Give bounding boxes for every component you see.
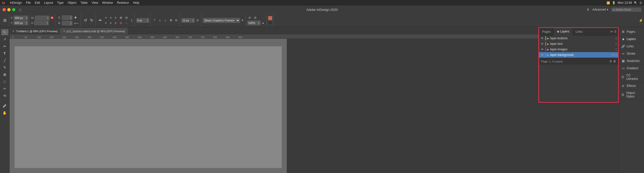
layer-row-images[interactable]: 👁 ▶ layer-images □ bbox=[539, 47, 618, 52]
menu-icon[interactable]: ☰ bbox=[639, 1, 642, 5]
path-button-1[interactable]: ≡ bbox=[104, 21, 108, 25]
advanced-button[interactable]: Advanced ▾ bbox=[592, 8, 608, 11]
h-value-input[interactable] bbox=[34, 21, 46, 24]
zoom-value-input[interactable] bbox=[248, 21, 258, 24]
path-button-5[interactable]: ← bbox=[124, 21, 129, 25]
right-panel-layers[interactable]: ◈ Layers bbox=[619, 36, 644, 43]
menu-layout[interactable]: Layout bbox=[42, 0, 55, 6]
distribute-button[interactable]: ⊞ bbox=[118, 15, 123, 20]
layer-row-text[interactable]: 👁 ▶ layer-text □ bbox=[539, 41, 618, 47]
tab-close-untitled[interactable]: ✕ bbox=[12, 30, 14, 32]
menu-help[interactable]: Help bbox=[131, 0, 141, 6]
view-mode-button-1[interactable]: ⊡ bbox=[247, 15, 252, 20]
layer-edit-background[interactable]: ✏ bbox=[612, 53, 614, 57]
y-value-input[interactable] bbox=[14, 21, 25, 24]
w-value-input[interactable] bbox=[35, 16, 47, 19]
align-vcenter-button[interactable]: ⊞ bbox=[169, 18, 173, 23]
add-layer-button[interactable]: ⊞ bbox=[610, 60, 612, 63]
align-middle-button[interactable]: ⊥ bbox=[157, 18, 163, 23]
right-panel-links[interactable]: 🔗 Links bbox=[619, 43, 644, 50]
frame-type-selector[interactable]: [Basic Graphics Frame]+ bbox=[203, 18, 240, 23]
panel-menu-button[interactable]: ≫ bbox=[610, 30, 613, 33]
menu-edit[interactable]: Edit bbox=[33, 0, 42, 6]
right-panel-cc-libraries[interactable]: ⊡ CC Libraries bbox=[619, 72, 644, 82]
layer-expand-buttons[interactable]: ▶ bbox=[547, 37, 549, 40]
align-bottom-button[interactable]: ⊥ bbox=[163, 18, 168, 23]
path-button-3[interactable]: ≡ bbox=[113, 21, 117, 25]
delete-layer-button[interactable]: 🗑 bbox=[613, 60, 616, 63]
align-right-button[interactable]: ≡ bbox=[113, 15, 117, 20]
menu-file[interactable]: File bbox=[24, 0, 33, 6]
rotation-input[interactable]: ▲▼ bbox=[62, 15, 73, 20]
lock-proportions-button[interactable]: ⊡ bbox=[195, 18, 200, 23]
rotation-value[interactable] bbox=[62, 16, 70, 19]
layer-lock-images[interactable]: □ bbox=[615, 48, 617, 51]
search-icon[interactable]: 🔍 bbox=[634, 1, 637, 5]
align-left-button[interactable]: ≡ bbox=[104, 15, 108, 20]
h-input[interactable]: ▲▼ bbox=[34, 21, 49, 25]
px-input[interactable]: ▲▼ bbox=[181, 18, 195, 23]
layer-expand-text[interactable]: ▶ bbox=[547, 43, 549, 45]
hand-tool-button[interactable]: ✋ bbox=[1, 110, 8, 116]
rectangle-frame-tool-button[interactable]: ⊠ bbox=[1, 72, 8, 78]
right-panel-object-styles[interactable]: ⊟ Object Styles bbox=[619, 90, 644, 100]
transform-button[interactable]: ✚ bbox=[73, 15, 78, 20]
frame-input-2[interactable]: ▲▼ bbox=[62, 21, 73, 25]
scissors-tool-button[interactable]: ✄ bbox=[1, 86, 8, 92]
layer-visibility-images[interactable]: 👁 bbox=[540, 47, 544, 51]
menu-type[interactable]: Type bbox=[55, 0, 66, 6]
menu-indesign[interactable]: InDesign bbox=[8, 0, 24, 6]
eyedropper-tool-button[interactable]: 💉 bbox=[1, 103, 8, 109]
pt-value-input[interactable] bbox=[137, 19, 146, 22]
menu-object[interactable]: Object bbox=[66, 0, 78, 6]
transform-tool-button[interactable]: ⟲ bbox=[1, 93, 8, 99]
y-input[interactable]: ▲▼ bbox=[14, 21, 28, 25]
layer-visibility-buttons[interactable]: 👁 bbox=[540, 36, 544, 40]
rectangle-tool-button[interactable]: □ bbox=[1, 79, 8, 85]
undo-button[interactable]: ↺ bbox=[83, 17, 88, 23]
w-input[interactable]: ▲▼ bbox=[35, 16, 50, 20]
close-button[interactable] bbox=[3, 8, 6, 11]
selection-tool-button[interactable]: ↖ bbox=[1, 29, 8, 35]
layer-lock-background[interactable]: □ bbox=[615, 53, 617, 56]
align-center-button[interactable]: ≡ bbox=[109, 15, 113, 20]
zoom-more-button[interactable]: ▸ bbox=[261, 21, 265, 25]
path-button-2[interactable]: ≡ bbox=[109, 21, 113, 25]
transform-controls-button[interactable]: ⊟ bbox=[124, 15, 129, 20]
layer-expand-images[interactable]: ▶ bbox=[547, 48, 549, 51]
share-icon[interactable]: ⬆ bbox=[587, 8, 589, 12]
tab-close-p11[interactable]: ✕ bbox=[63, 30, 65, 32]
panel-tab-links[interactable]: Links bbox=[573, 28, 586, 35]
layer-expand-background[interactable]: ▶ bbox=[547, 54, 549, 56]
panel-tab-layers[interactable]: ◈ Layers bbox=[554, 28, 573, 36]
home-icon[interactable]: ⌂ bbox=[19, 7, 22, 12]
layer-lock-text[interactable]: □ bbox=[615, 42, 617, 45]
constrain-icon[interactable]: ⛔ bbox=[51, 16, 54, 19]
stroke-swatch[interactable] bbox=[268, 21, 272, 25]
menu-window[interactable]: Window bbox=[100, 0, 115, 6]
layer-visibility-text[interactable]: 👁 bbox=[540, 42, 544, 46]
direct-selection-tool-button[interactable]: ↗ bbox=[1, 36, 8, 42]
layer-row-buttons[interactable]: 👁 ▶ layer-buttons □ bbox=[539, 36, 618, 41]
panel-flyout-button[interactable]: ☰ bbox=[614, 30, 617, 33]
panel-tab-pages[interactable]: Pages bbox=[539, 28, 554, 35]
right-panel-pages[interactable]: ⊞ Pages bbox=[619, 28, 644, 36]
right-panel-stroke[interactable]: ═ Stroke bbox=[619, 50, 644, 57]
layer-row-background[interactable]: 👁 ▶ layer-background ✏ □ bbox=[539, 52, 618, 58]
right-panel-effects[interactable]: fx Effects bbox=[619, 82, 644, 90]
line-tool-button[interactable]: ╱ bbox=[1, 57, 8, 63]
stroke-icon[interactable]: ✒ bbox=[97, 17, 103, 23]
lightning-icon[interactable]: ⚡ bbox=[639, 18, 643, 22]
frame-value-2[interactable] bbox=[62, 22, 70, 25]
frame-button-2[interactable]: ⊟ bbox=[57, 21, 61, 25]
menu-redokun[interactable]: Redokun bbox=[115, 0, 131, 6]
pencil-tool-button[interactable]: ✎ bbox=[1, 64, 8, 71]
x-value-input[interactable] bbox=[14, 16, 25, 19]
px-value-input[interactable] bbox=[182, 19, 192, 22]
zoom-input[interactable]: ▲▼ bbox=[247, 21, 261, 25]
pen-tool-button[interactable]: ✏ bbox=[1, 43, 8, 49]
menu-view[interactable]: View bbox=[90, 0, 100, 6]
align-hcenter-button[interactable]: ⊟ bbox=[174, 18, 179, 23]
layer-lock-buttons[interactable]: □ bbox=[615, 37, 617, 40]
maximize-button[interactable] bbox=[12, 8, 15, 11]
